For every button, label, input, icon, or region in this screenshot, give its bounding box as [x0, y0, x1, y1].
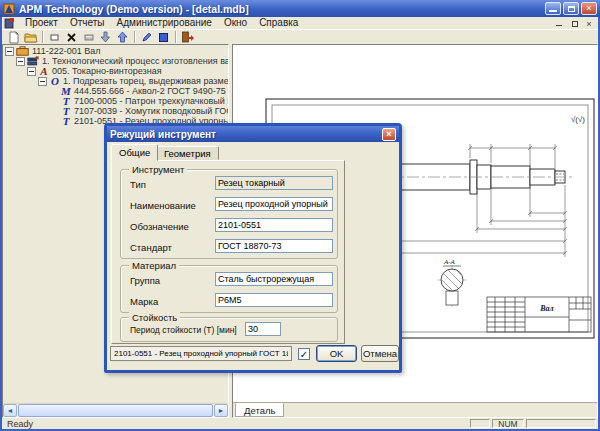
menu-help[interactable]: Справка — [253, 17, 304, 29]
window-border — [0, 0, 2, 431]
svg-text:А-А: А-А — [443, 258, 456, 266]
menu-bar: Проект Отчеты Администрирование Окно Спр… — [2, 17, 598, 29]
tree-item-operation[interactable]: A 005. Токарно-винторезная — [27, 66, 162, 76]
window-title: APM Technology (Demo version) - [detal.m… — [19, 3, 545, 15]
dialog-close-icon[interactable]: × — [382, 128, 396, 141]
confirm-checkbox[interactable]: ✓ — [298, 348, 310, 360]
roughness-mark: √(√) — [571, 115, 585, 124]
collapse-icon[interactable] — [38, 77, 47, 86]
standard-label: Стандарт — [130, 242, 172, 253]
tool-group: Инструмент Тип Наименование Обозначение … — [120, 169, 338, 259]
designation-label: Обозначение — [130, 221, 189, 232]
name-label: Наименование — [130, 200, 196, 211]
mdi-close-button[interactable]: × — [582, 18, 596, 29]
mdi-restore-button[interactable] — [567, 18, 581, 29]
scroll-right-icon[interactable]: ► — [214, 404, 228, 417]
close-button[interactable]: × — [581, 2, 597, 15]
tree-item-tool-clamp[interactable]: T 7107-0039 - Хомутик поводковый ГОСТ 25… — [60, 106, 228, 116]
new-document-icon[interactable] — [5, 30, 22, 44]
status-num-indicator: NUM — [492, 419, 524, 428]
material-group-label: Материал — [129, 260, 179, 271]
tab-general[interactable]: Общие — [111, 144, 158, 161]
tree-item-label: 7107-0039 - Хомутик поводковый ГОСТ 2578… — [74, 106, 228, 116]
tree-item-label: 005. Токарно-винторезная — [52, 66, 162, 76]
type-label: Тип — [130, 179, 146, 190]
tree-item-material[interactable]: M 444.555.666 - Аквол-2 ГОСТ 9490-75 — [60, 86, 226, 96]
dialog-title-bar: Режущий инструмент × — [107, 126, 399, 142]
durability-group: Стойкость Период стойкости (T) [мин] — [120, 317, 338, 342]
material-group: Материал Группа Марка — [120, 265, 338, 313]
mdi-minimize-button[interactable] — [552, 18, 566, 29]
tool-letter-icon: T — [60, 117, 72, 126]
tree-item-label: 1. Технологический процесс изготовления … — [42, 56, 228, 66]
move-down-arrow-icon[interactable] — [97, 30, 114, 44]
grade-field[interactable] — [215, 293, 333, 307]
open-folder-icon[interactable] — [22, 30, 39, 44]
general-tab-page: Инструмент Тип Наименование Обозначение … — [111, 160, 345, 344]
step-letter-icon: O — [49, 77, 61, 86]
grade-label: Марка — [130, 296, 158, 307]
cutting-tool-dialog: Режущий инструмент × Геометрия Общие Инс… — [104, 123, 402, 373]
scrollbar-thumb[interactable] — [18, 404, 213, 417]
status-panel-empty — [470, 419, 490, 428]
edit-pencil-icon[interactable] — [138, 30, 155, 44]
status-message: Ready — [4, 419, 468, 429]
tree-horizontal-scrollbar[interactable]: ◄ ► — [3, 403, 228, 417]
tool-summary-field[interactable] — [110, 346, 292, 361]
title-bar: APM Technology (Demo version) - [detal.m… — [0, 0, 600, 17]
tree-item-label: 444.555.666 - Аквол-2 ГОСТ 9490-75 — [74, 86, 226, 96]
cancel-button[interactable]: Отмена — [361, 345, 399, 362]
tree-item-label: 1. Подрезать торец, выдерживая размер L=… — [63, 76, 228, 86]
collapse-icon[interactable] — [27, 67, 36, 76]
period-field[interactable] — [245, 322, 281, 336]
move-up-arrow-icon[interactable] — [114, 30, 131, 44]
toolbar-separator — [134, 31, 135, 43]
process-icon — [27, 56, 39, 66]
tree-item-label: 111-222-001 Вал — [32, 46, 100, 56]
tree-item-tool-chuck[interactable]: T 7100-0005 - Патрон трехкулачковый ГОСТ… — [60, 96, 228, 106]
dialog-title: Режущий инструмент — [110, 129, 382, 140]
app-logo-icon — [3, 2, 16, 15]
tree-item-part[interactable]: 111-222-001 Вал — [5, 46, 100, 56]
menu-administration[interactable]: Администрирование — [111, 17, 218, 29]
toolbar-separator — [42, 31, 43, 43]
toolbar-separator — [175, 31, 176, 43]
exit-door-icon[interactable] — [179, 30, 196, 44]
new-item-icon[interactable] — [46, 30, 63, 44]
collapse-icon[interactable] — [16, 57, 25, 66]
properties-box-icon[interactable] — [80, 30, 97, 44]
operation-letter-icon: A — [38, 67, 50, 76]
ok-button[interactable]: OK — [316, 345, 357, 362]
material-group-field[interactable] — [215, 272, 333, 286]
designation-field[interactable] — [215, 218, 333, 232]
tab-geometry[interactable]: Геометрия — [156, 146, 219, 160]
durability-group-label: Стойкость — [129, 312, 180, 323]
collapse-icon[interactable] — [5, 47, 14, 56]
delete-cross-icon[interactable] — [63, 30, 80, 44]
restore-button[interactable] — [563, 2, 579, 15]
database-box-icon[interactable] — [155, 30, 172, 44]
status-bar: Ready NUM — [2, 418, 598, 429]
material-group-field-label: Группа — [130, 275, 160, 286]
tab-detail[interactable]: Деталь — [235, 403, 284, 417]
menu-window[interactable]: Окно — [218, 17, 253, 29]
dialog-body: Геометрия Общие Инструмент Тип Наименова… — [107, 142, 399, 370]
tree-item-label: 7100-0005 - Патрон трехкулачковый ГОСТ 2… — [74, 96, 228, 106]
type-field[interactable] — [215, 176, 333, 190]
minimize-button[interactable] — [545, 2, 561, 15]
part-name-label: Вал — [539, 304, 553, 313]
tool-group-label: Инструмент — [129, 164, 187, 175]
scroll-left-icon[interactable]: ◄ — [3, 404, 17, 417]
part-icon — [16, 46, 29, 56]
menu-reports[interactable]: Отчеты — [64, 17, 111, 29]
period-label: Период стойкости (T) [мин] — [130, 325, 237, 335]
name-field[interactable] — [215, 197, 333, 211]
document-tab-bar: Деталь — [233, 402, 597, 417]
standard-field[interactable] — [215, 239, 333, 253]
mdi-document-icon — [4, 18, 15, 29]
toolbar — [2, 29, 598, 44]
status-panel-empty — [526, 419, 596, 428]
menu-project[interactable]: Проект — [19, 17, 64, 29]
app-window: APM Technology (Demo version) - [detal.m… — [0, 0, 600, 431]
